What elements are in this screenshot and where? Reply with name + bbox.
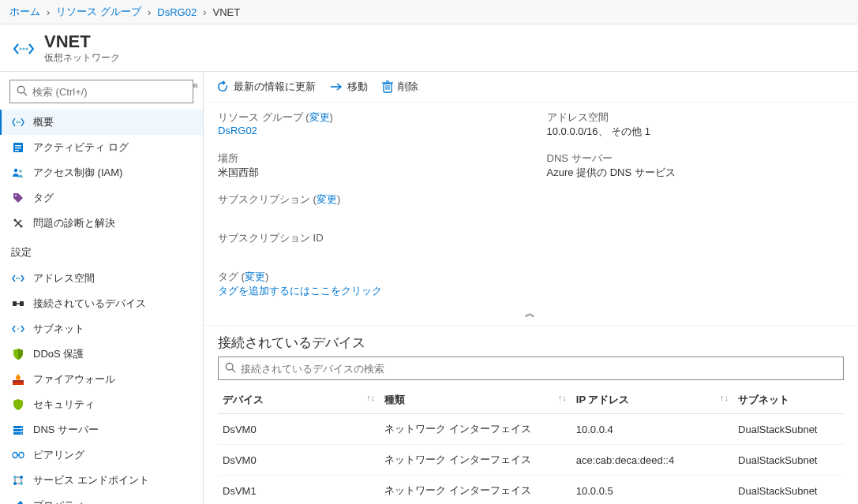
firewall-icon (11, 372, 25, 386)
col-device[interactable]: デバイス↑↓ (218, 386, 380, 414)
collapse-sidebar-icon[interactable]: « (193, 80, 198, 91)
svg-line-53 (232, 369, 235, 372)
activity-log-icon (11, 140, 25, 155)
cell-ip: 10.0.0.4 (571, 414, 733, 445)
cell-type: ネットワーク インターフェイス (380, 414, 571, 445)
vnet-icon (13, 40, 35, 58)
col-type[interactable]: 種類↑↓ (380, 386, 571, 414)
sidebar-item-address-space[interactable]: アドレス空間 (0, 266, 203, 291)
rg-change-link[interactable]: 変更 (309, 111, 330, 123)
delete-button[interactable]: 削除 (382, 80, 418, 94)
svg-rect-25 (13, 380, 16, 383)
svg-point-37 (13, 476, 17, 479)
sidebar-item-label: タグ (33, 191, 54, 205)
svg-point-3 (17, 86, 24, 93)
svg-rect-11 (15, 150, 19, 151)
table-row[interactable]: DsVM0ネットワーク インターフェイス10.0.0.4DualStackSub… (218, 414, 844, 445)
sidebar-item-label: DNS サーバー (33, 423, 99, 437)
vnet-icon (11, 115, 25, 129)
tags-add-link[interactable]: タグを追加するにはここをクリック (218, 284, 844, 298)
cell-subnet: DualStackSubnet (733, 445, 844, 476)
sidebar-item-connected-devices[interactable]: 接続されているデバイス (0, 291, 203, 316)
svg-rect-20 (13, 301, 17, 306)
security-icon (11, 398, 25, 412)
connected-devices-section: 接続されているデバイス デバイス↑↓ 種類↑↓ IP アドレス↑↓ サブネット (204, 326, 858, 504)
subscription-label: サブスクリプション (変更) (218, 192, 515, 207)
sidebar-item-label: サブネット (33, 322, 84, 336)
sidebar-item-label: 概要 (33, 115, 54, 129)
svg-line-4 (24, 92, 27, 95)
svg-point-23 (17, 328, 19, 330)
address-space-value: 10.0.0.0/16、 その他 1 (547, 125, 845, 139)
sidebar-heading-settings: 設定 (0, 237, 203, 264)
peering-icon (11, 448, 25, 462)
address-space-icon (11, 271, 25, 286)
table-row[interactable]: DsVM1ネットワーク インターフェイス10.0.0.5DualStackSub… (218, 476, 844, 504)
access-control-icon (11, 166, 25, 180)
devices-search-input[interactable] (241, 363, 837, 375)
sidebar-item-diagnose[interactable]: 問題の診断と解決 (0, 211, 203, 236)
search-icon (17, 85, 28, 99)
svg-rect-10 (15, 147, 21, 148)
move-button[interactable]: 移動 (330, 80, 368, 94)
sidebar-item-label: アドレス空間 (33, 271, 95, 286)
breadcrumb-home[interactable]: ホーム (9, 5, 40, 19)
col-ip[interactable]: IP アドレス↑↓ (571, 386, 733, 414)
chevron-right-icon: › (47, 6, 50, 18)
sidebar-item-label: サービス エンドポイント (33, 473, 149, 487)
sidebar-item-tags[interactable]: タグ (0, 185, 203, 211)
svg-point-2 (26, 47, 28, 50)
svg-point-31 (21, 427, 21, 427)
svg-point-1 (23, 47, 25, 50)
essentials-panel: リソース グループ (変更) DsRG02 アドレス空間 10.0.0.0/16… (204, 103, 858, 304)
collapse-essentials-icon[interactable]: ︽ (525, 307, 537, 319)
svg-point-38 (20, 476, 23, 479)
cell-device: DsVM0 (218, 445, 380, 476)
svg-point-19 (19, 278, 21, 279)
sidebar-item-firewall[interactable]: ファイアウォール (0, 367, 203, 392)
rg-label: リソース グループ (変更) (218, 110, 515, 125)
sidebar-item-properties[interactable]: プロパティ (0, 493, 203, 504)
rg-value[interactable]: DsRG02 (218, 125, 515, 136)
sidebar-item-dns[interactable]: DNS サーバー (0, 417, 203, 442)
svg-point-35 (19, 453, 24, 458)
sidebar-item-overview[interactable]: 概要 (0, 110, 203, 135)
sidebar-search-input[interactable] (32, 86, 186, 98)
sidebar-item-label: DDoS 保護 (33, 347, 84, 361)
sort-icon: ↑↓ (366, 393, 375, 402)
page-subtitle: 仮想ネットワーク (44, 51, 120, 65)
sidebar-item-service-endpoints[interactable]: サービス エンドポイント (0, 468, 203, 493)
cell-subnet: DualStackSubnet (733, 476, 844, 504)
svg-point-15 (14, 219, 17, 222)
refresh-label: 最新の情報に更新 (234, 80, 316, 94)
sidebar-item-activity-log[interactable]: アクティビティ ログ (0, 135, 203, 160)
svg-rect-9 (15, 145, 21, 146)
table-row[interactable]: DsVM0ネットワーク インターフェイスace:cab:deca:deed::4… (218, 445, 844, 476)
svg-point-16 (21, 226, 23, 228)
svg-point-14 (15, 195, 17, 196)
chevron-right-icon: › (148, 6, 151, 18)
subscription-change-link[interactable]: 変更 (317, 193, 337, 205)
breadcrumb-resource-groups[interactable]: リソース グループ (56, 5, 141, 19)
sidebar-search[interactable] (9, 80, 193, 103)
svg-point-32 (21, 430, 21, 431)
sidebar-item-security[interactable]: セキュリティ (0, 392, 203, 417)
subscription-value[interactable] (218, 207, 515, 218)
sidebar-item-label: セキュリティ (33, 398, 95, 412)
search-icon (225, 362, 236, 375)
subscription-id-value (218, 245, 515, 257)
refresh-button[interactable]: 最新の情報に更新 (216, 80, 316, 94)
col-subnet[interactable]: サブネット (733, 386, 844, 414)
sort-icon: ↑↓ (720, 393, 729, 402)
dns-label: DNS サーバー (547, 151, 845, 166)
sidebar-item-peering[interactable]: ピアリング (0, 442, 203, 468)
sidebar-item-subnets[interactable]: サブネット (0, 316, 203, 342)
tags-change-link[interactable]: 変更 (245, 271, 265, 282)
breadcrumb-rg-name[interactable]: DsRG02 (157, 6, 197, 18)
sidebar-item-ddos[interactable]: DDoS 保護 (0, 342, 203, 367)
trash-icon (382, 80, 393, 93)
devices-search[interactable] (218, 357, 844, 380)
sidebar-item-access-control[interactable]: アクセス制御 (IAM) (0, 160, 203, 185)
address-space-label: アドレス空間 (547, 110, 845, 125)
devices-icon (11, 297, 25, 311)
